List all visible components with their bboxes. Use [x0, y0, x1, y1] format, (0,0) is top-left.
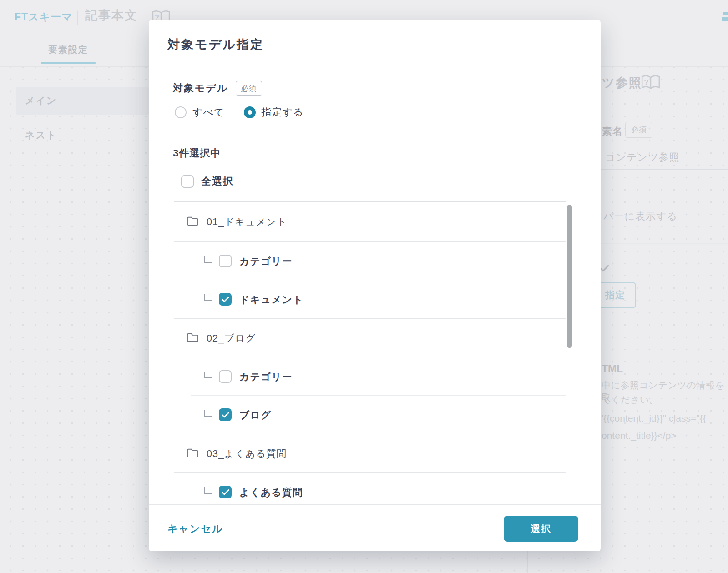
folder-icon	[187, 332, 199, 344]
model-label: よくある質問	[239, 486, 303, 499]
model-label: カテゴリー	[239, 370, 293, 383]
selection-count: 3件選択中	[173, 146, 221, 160]
folder-label: 01_ドキュメント	[207, 215, 287, 228]
app-window: FTスキーマ 記事本文 ? 要素設定 メイン ネスト ツ参照 ?	[0, 0, 728, 573]
radio-option-specify[interactable]: 指定する	[244, 106, 304, 119]
tree-row-folder[interactable]: 02_ブログ	[174, 318, 566, 357]
model-checkbox-checked[interactable]	[219, 486, 232, 498]
model-tree-list: 01_ドキュメント カテゴリー ドキュメント	[174, 201, 566, 505]
tree-elbow-icon	[204, 487, 212, 494]
target-model-modal: 対象モデル指定 対象モデル 必須 すべて 指定する 3件選択中 全選択	[149, 20, 601, 551]
select-all-label: 全選択	[201, 175, 234, 188]
folder-icon	[187, 447, 199, 460]
model-label: ドキュメント	[239, 293, 303, 306]
tree-row-folder[interactable]: 03_よくある質問	[174, 434, 566, 472]
model-scope-radio-group: すべて 指定する	[175, 105, 304, 120]
tree-elbow-icon	[204, 256, 212, 263]
radio-label: 指定する	[262, 106, 304, 119]
tree-elbow-icon	[204, 294, 212, 301]
modal-footer: キャンセル 選択	[149, 504, 601, 552]
tree-row-model[interactable]: カテゴリー	[174, 241, 566, 280]
radio-label: すべて	[192, 106, 225, 119]
tree-row-model[interactable]: カテゴリー	[174, 357, 566, 396]
modal-title: 対象モデル指定	[167, 36, 264, 53]
model-checkbox-checked[interactable]	[219, 408, 232, 421]
radio-selected-icon	[244, 106, 256, 118]
list-scrollbar[interactable]	[567, 205, 572, 348]
submit-button[interactable]: 選択	[504, 516, 578, 542]
select-all-row[interactable]: 全選択	[181, 175, 234, 188]
radio-icon	[175, 106, 187, 118]
model-checkbox[interactable]	[219, 255, 232, 267]
folder-icon	[187, 216, 199, 228]
target-model-label: 対象モデル	[173, 81, 228, 95]
cancel-button[interactable]: キャンセル	[167, 522, 223, 536]
tree-elbow-icon	[204, 410, 212, 417]
model-label: カテゴリー	[239, 255, 293, 268]
tree-row-model[interactable]: よくある質問	[174, 472, 566, 505]
tree-row-folder[interactable]: 01_ドキュメント	[174, 202, 566, 241]
select-all-checkbox[interactable]	[181, 175, 194, 188]
radio-option-all[interactable]: すべて	[175, 106, 225, 119]
model-label: ブログ	[239, 408, 272, 422]
modal-header-border	[149, 66, 601, 66]
tree-row-model[interactable]: ブログ	[174, 396, 566, 434]
tree-elbow-icon	[204, 372, 212, 378]
model-checkbox-checked[interactable]	[219, 293, 232, 306]
model-checkbox[interactable]	[219, 370, 232, 383]
folder-label: 03_よくある質問	[207, 447, 287, 460]
folder-label: 02_ブログ	[207, 332, 256, 345]
required-badge: 必須	[236, 81, 262, 96]
target-model-field-row: 対象モデル 必須	[173, 80, 262, 96]
tree-row-model[interactable]: ドキュメント	[174, 280, 566, 318]
